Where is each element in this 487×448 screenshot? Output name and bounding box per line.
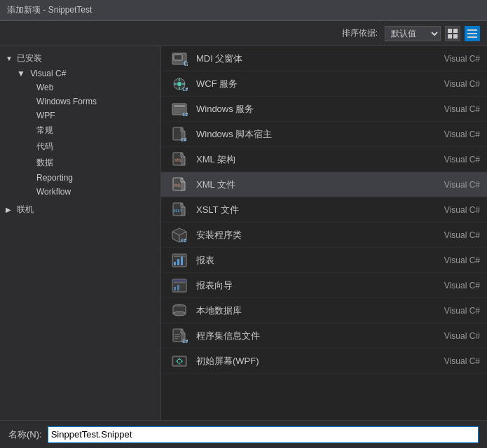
svg-rect-39 [174,287,176,290]
svg-text:C#: C# [181,238,187,244]
item-name-xslt: XSLT 文件 [196,204,444,216]
online-arrow: ▶ [6,206,17,214]
svg-rect-4 [467,29,477,31]
svg-text:C#: C# [184,61,188,67]
item-icon-report [168,249,191,272]
svg-text:C#: C# [182,339,188,344]
name-input[interactable] [48,426,479,443]
item-icon-localdb [168,300,191,322]
name-label: 名称(N): [8,428,42,441]
item-tag-localdb: Visual C# [444,306,480,316]
svg-rect-35 [181,257,183,265]
sort-select[interactable]: 默认值 [385,26,441,41]
item-icon-setup: C# [168,224,191,246]
installed-label: 已安装 [17,52,42,64]
svg-rect-47 [174,336,180,337]
item-icon-xslt: XSLT [168,199,191,221]
list-item[interactable]: 本地数据库 Visual C# [161,298,487,323]
title-bar: 添加新项 - SnippetTest [0,0,487,21]
item-tag-script: Visual C# [444,130,480,139]
grid-view-button[interactable] [445,26,460,41]
item-icon-xmlfile: XML [168,174,191,196]
list-item[interactable]: C# WCF 服务 Visual C# [161,71,487,97]
svg-rect-8 [174,55,182,60]
list-item[interactable]: 报表 Visual C# [161,248,487,273]
list-item[interactable]: XSLT XSLT 文件 Visual C# [161,197,487,223]
item-name-winsvc: Windows 服务 [196,103,444,115]
item-icon-assemblyinfo: C# [168,325,191,347]
svg-rect-1 [453,29,458,33]
list-item[interactable]: 初始屏幕(WPF) Visual C# [161,349,487,374]
item-tag-splash: Visual C# [444,356,480,366]
item-icon-xmlschema: XML [168,148,191,171]
right-panel: C# MDI 父窗体 Visual C# C# [161,46,487,420]
tree-child-code[interactable]: 代码 [0,139,160,155]
item-tag-wcf: Visual C# [444,79,480,89]
item-name-script: Windows 脚本宿主 [196,128,444,141]
bottom-bar: 名称(N): [0,420,487,448]
item-name-splash: 初始屏幕(WPF) [196,355,444,368]
title-bar-text: 添加新项 - SnippetTest [7,4,92,16]
svg-text:C#: C# [182,87,188,92]
tree-section-installed[interactable]: ▼ 已安装 [0,50,160,66]
tree-child-windows-forms[interactable]: Windows Forms [0,94,160,108]
item-name-wcf: WCF 服务 [196,78,444,90]
item-name-localdb: 本地数据库 [196,304,444,317]
item-icon-winsvc: C# [168,98,191,120]
svg-text:C#: C# [181,137,187,143]
svg-text:C#: C# [182,112,188,118]
svg-rect-0 [448,29,452,33]
item-icon-splash [168,350,191,372]
svg-point-11 [177,82,181,86]
item-name-xmlfile: XML 文件 [196,178,444,191]
item-name-mdi: MDI 父窗体 [196,52,444,65]
svg-rect-34 [177,259,179,265]
item-name-reportwizard: 报表向导 [196,279,444,292]
list-item[interactable]: C# 程序集信息文件 Visual C# [161,323,487,349]
item-tag-xmlfile: Visual C# [444,180,480,190]
tree-child-reporting[interactable]: Reporting [0,171,160,185]
content-area: ▼ 已安装 ▼ Visual C# Web Windows Forms WPF … [0,46,487,420]
item-tag-xmlschema: Visual C# [444,155,480,164]
item-icon-wcf: C# [168,73,191,95]
item-tag-mdi: Visual C# [444,54,480,64]
svg-rect-18 [174,105,185,107]
tree-child-general[interactable]: 常规 [0,122,160,139]
list-item[interactable]: C# 安装程序类 Visual C# [161,223,487,248]
tree-child-workflow[interactable]: Workflow [0,185,160,199]
svg-rect-36 [174,255,185,257]
svg-rect-5 [467,33,477,34]
item-icon-mdi: C# [168,48,191,70]
item-tag-reportwizard: Visual C# [444,281,480,290]
tree-item-visual-csharp[interactable]: ▼ Visual C# [0,66,160,80]
left-panel: ▼ 已安装 ▼ Visual C# Web Windows Forms WPF … [0,46,161,420]
tree-child-data[interactable]: 数据 [0,155,160,171]
item-name-report: 报表 [196,254,444,267]
tree-child-web[interactable]: Web [0,80,160,94]
item-tag-setup: Visual C# [444,230,480,240]
svg-rect-6 [467,36,477,38]
tree-child-wpf[interactable]: WPF [0,108,160,122]
main-container: 排序依据: 默认值 ▼ 已安装 [0,21,487,448]
online-label: 联机 [17,204,34,216]
svg-rect-19 [174,108,185,110]
list-item[interactable]: XML XML 架构 Visual C# [161,147,487,172]
tree-section-online[interactable]: ▶ 联机 [0,202,160,218]
item-name-setup: 安装程序类 [196,229,444,241]
list-item[interactable]: C# Windows 脚本宿主 Visual C# [161,122,487,147]
svg-text:XML: XML [174,183,181,188]
list-view-button[interactable] [465,26,480,41]
svg-point-43 [173,312,186,316]
csharp-arrow: ▼ [17,69,25,78]
svg-rect-33 [174,262,176,265]
list-item[interactable]: C# MDI 父窗体 Visual C# [161,46,487,71]
svg-rect-2 [448,34,452,38]
svg-rect-48 [174,338,178,340]
svg-rect-20 [174,111,181,113]
list-item[interactable]: C# Windows 服务 Visual C# [161,97,487,122]
list-item-selected[interactable]: XML XML 文件 Visual C# [161,172,487,197]
list-item[interactable]: 报表向导 Visual C# [161,273,487,298]
svg-rect-46 [174,334,180,335]
svg-text:XML: XML [174,158,182,162]
item-name-xmlschema: XML 架构 [196,153,444,166]
